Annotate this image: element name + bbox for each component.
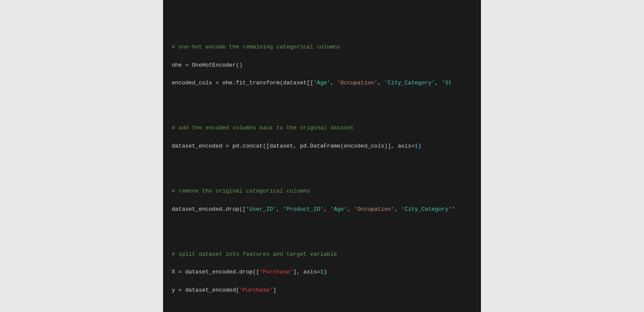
code-line: [172, 232, 472, 241]
code-line-comment: # add the encoded columns back to the or…: [172, 124, 472, 133]
code-line: [172, 169, 472, 178]
code-line-comment: # one-hot encode the remaining categoric…: [172, 43, 472, 52]
code-line: ohe = OneHotEncoder(): [172, 61, 472, 70]
code-line: [172, 106, 472, 115]
code-editor: # one-hot encode the remaining categoric…: [163, 0, 481, 312]
code-line: encoded_cols = ohe.fit_transform(dataset…: [172, 79, 472, 88]
code-line-comment: # split dataset into features and target…: [172, 250, 472, 259]
code-line: y = dataset_encoded['Purchase']: [172, 286, 472, 295]
code-line-comment: # remove the original categorical column…: [172, 187, 472, 196]
code-line: dataset_encoded.drop(['User_ID', 'Produc…: [172, 205, 472, 214]
code-line: X = dataset_encoded.drop(['Purchase'], a…: [172, 268, 472, 277]
code-line: dataset_encoded = pd.concat([dataset, pd…: [172, 142, 472, 151]
code-line: [172, 25, 472, 34]
code-content: # one-hot encode the remaining categoric…: [163, 7, 481, 312]
